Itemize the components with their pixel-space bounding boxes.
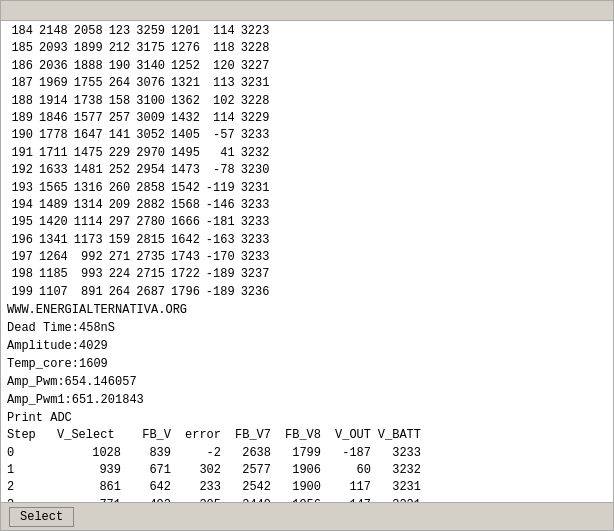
table-cell: 159 [109,232,137,249]
table-cell: 260 [109,180,137,197]
table-cell: 117 [327,479,377,496]
table-cell: 194 [7,197,39,214]
table-cell: 1755 [74,75,109,92]
table-cell: 1252 [171,58,206,75]
adc-header-cell: Step [7,427,57,444]
table-cell: 187 [7,75,39,92]
info-lines: WWW.ENERGIALTERNATIVA.ORGDead Time:458nS… [7,301,607,427]
table-row: 18421482058123325912011143223 [7,23,275,40]
table-cell: 3231 [241,180,276,197]
table-cell: 120 [206,58,241,75]
table-cell: 2715 [136,266,171,283]
table-cell: 186 [7,58,39,75]
table-cell: 141 [109,127,137,144]
table-cell: 1107 [39,284,74,301]
table-cell: 60 [327,462,377,479]
table-cell: 3175 [136,40,171,57]
table-cell: 3230 [241,162,276,179]
main-data-table: 1842148205812332591201114322318520931899… [7,23,275,301]
table-cell: 1914 [39,93,74,110]
table-cell: -189 [206,284,241,301]
table-cell: 1 [7,462,57,479]
table-cell: 1888 [74,58,109,75]
table-row: 18918461577257300914321143229 [7,110,275,127]
table-cell: -57 [206,127,241,144]
table-cell: 3229 [241,110,276,127]
table-cell: 3223 [241,23,276,40]
table-cell: 1542 [171,180,206,197]
table-cell: 1481 [74,162,109,179]
table-cell: 2542 [227,479,277,496]
table-cell: 3233 [241,127,276,144]
table-row: 1931565131626028581542-1193231 [7,180,275,197]
table-cell: 302 [177,462,227,479]
table-cell: 229 [109,145,137,162]
select-button[interactable]: Select [9,507,74,527]
table-cell: 3052 [136,127,171,144]
table-cell: 3231 [377,479,427,496]
table-cell: 3100 [136,93,171,110]
table-cell: 1201 [171,23,206,40]
table-cell: -189 [206,266,241,283]
table-cell: 2970 [136,145,171,162]
table-cell: 2638 [227,445,277,462]
table-cell: 1420 [39,214,74,231]
table-cell: 188 [7,93,39,110]
table-row: 18719691755264307613211133231 [7,75,275,92]
table-cell: 1475 [74,145,109,162]
table-cell: 1565 [39,180,74,197]
table-cell: 185 [7,40,39,57]
table-cell: 264 [109,284,137,301]
table-cell: 1799 [277,445,327,462]
table-cell: 158 [109,93,137,110]
table-cell: 2093 [39,40,74,57]
adc-header-cell: FB_V8 [277,427,327,444]
table-cell: 1899 [74,40,109,57]
table-cell: 1321 [171,75,206,92]
table-cell: 2687 [136,284,171,301]
table-cell: 114 [206,110,241,127]
table-cell: 2815 [136,232,171,249]
table-cell: 190 [109,58,137,75]
table-cell: 3233 [241,214,276,231]
adc-table: StepV_SelectFB_VerrorFB_V7FB_V8V_OUTV_BA… [7,427,427,502]
table-cell: 189 [7,110,39,127]
adc-header-cell: V_Select [57,427,127,444]
table-cell: 3227 [241,58,276,75]
table-cell: 3228 [241,93,276,110]
table-cell: 671 [127,462,177,479]
table-cell: -170 [206,249,241,266]
table-cell: 41 [206,145,241,162]
table-cell: 2577 [227,462,277,479]
table-cell: 1316 [74,180,109,197]
table-cell: 891 [74,284,109,301]
table-cell: 992 [74,249,109,266]
table-cell: 196 [7,232,39,249]
table-cell: 3009 [136,110,171,127]
table-row: 1911711147522929701495413232 [7,145,275,162]
table-cell: 1028 [57,445,127,462]
table-row: 199110789126426871796-1893236 [7,284,275,301]
table-cell: 1642 [171,232,206,249]
table-cell: 118 [206,40,241,57]
table-cell: 224 [109,266,137,283]
table-cell: 1711 [39,145,74,162]
table-cell: 264 [109,75,137,92]
table-cell: -181 [206,214,241,231]
table-cell: 1341 [39,232,74,249]
table-row: 18819141738158310013621023228 [7,93,275,110]
table-cell: 199 [7,284,39,301]
adc-header-cell: V_OUT [327,427,377,444]
table-cell: 1666 [171,214,206,231]
table-cell: 1314 [74,197,109,214]
table-cell: 1276 [171,40,206,57]
adc-header-cell: V_BATT [377,427,427,444]
info-line: Amp_Pwm1:651.201843 [7,391,607,409]
table-row: 01028839-226381799-1873233 [7,445,427,462]
table-cell: 1405 [171,127,206,144]
scroll-area[interactable]: 1842148205812332591201114322318520931899… [1,21,613,502]
table-cell: 1473 [171,162,206,179]
table-cell: 3140 [136,58,171,75]
table-cell: 3233 [241,197,276,214]
table-cell: 114 [206,23,241,40]
